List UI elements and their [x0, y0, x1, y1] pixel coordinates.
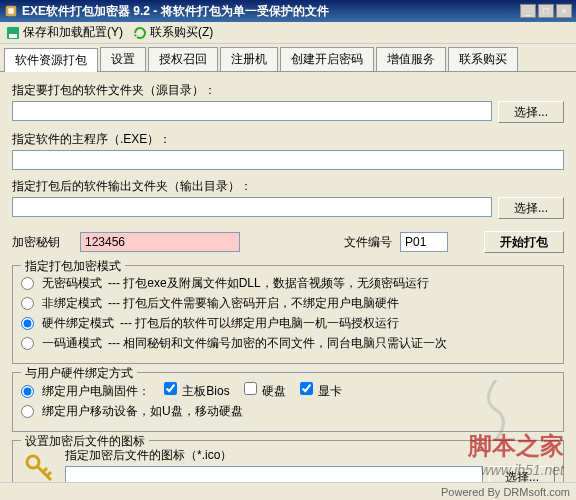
statusbar: Powered By DRMsoft.com — [0, 482, 576, 500]
mode-groupbox: 指定打包加密模式 无密码模式--- 打包exe及附属文件如DLL，数据音视频等，… — [12, 265, 564, 364]
tab-strip: 软件资源打包 设置 授权召回 注册机 创建开启密码 增值服务 联系购买 — [0, 44, 576, 72]
mode-opt-0[interactable]: 无密码模式--- 打包exe及附属文件如DLL，数据音视频等，无须密码运行 — [21, 275, 555, 292]
maximize-button[interactable]: □ — [538, 4, 554, 18]
tab-settings[interactable]: 设置 — [100, 47, 146, 71]
main-exe-block: 指定软件的主程序（.EXE）： — [12, 131, 564, 170]
minimize-button[interactable]: _ — [520, 4, 536, 18]
close-button[interactable]: × — [556, 4, 572, 18]
menu-save-label: 保存和加载配置(Y) — [23, 24, 123, 41]
source-label: 指定要打包的软件文件夹（源目录）： — [12, 82, 564, 99]
app-icon — [4, 4, 18, 18]
tab-revoke[interactable]: 授权召回 — [148, 47, 218, 71]
mode-opt-1[interactable]: 非绑定模式--- 打包后文件需要输入密码开启，不绑定用户电脑硬件 — [21, 295, 555, 312]
tab-keygen[interactable]: 注册机 — [220, 47, 278, 71]
tab-password[interactable]: 创建开启密码 — [280, 47, 374, 71]
tab-pack[interactable]: 软件资源打包 — [4, 48, 98, 72]
output-label: 指定打包后的软件输出文件夹（输出目录）： — [12, 178, 564, 195]
svg-rect-1 — [8, 8, 13, 13]
menu-contact-label: 联系购买(Z) — [150, 24, 213, 41]
window-title: EXE软件打包加密器 9.2 - 将软件打包为单一受保护的文件 — [22, 3, 520, 20]
start-pack-button[interactable]: 开始打包 — [484, 231, 564, 253]
hw-groupbox: 与用户硬件绑定方式 绑定用户电脑固件： 主板Bios 硬盘 显卡 绑定用户移动设… — [12, 372, 564, 432]
main-exe-input[interactable] — [12, 150, 564, 170]
menu-contact[interactable]: 联系购买(Z) — [133, 24, 213, 41]
mode-title: 指定打包加密模式 — [21, 258, 125, 275]
check-bios[interactable]: 主板Bios — [164, 382, 230, 400]
hw-opt-firmware[interactable]: 绑定用户电脑固件： 主板Bios 硬盘 显卡 — [21, 382, 555, 400]
output-browse-button[interactable]: 选择... — [498, 197, 564, 219]
icon-groupbox: 设置加密后文件的图标 指定加密后文件的图标（*.ico） 选择... 使用默认图… — [12, 440, 564, 484]
key-label: 加密秘钥 — [12, 234, 72, 251]
key-input[interactable] — [80, 232, 240, 252]
svg-rect-3 — [9, 34, 17, 38]
menu-save-config[interactable]: 保存和加载配置(Y) — [6, 24, 123, 41]
check-hdd[interactable]: 硬盘 — [244, 382, 286, 400]
key-row: 加密秘钥 文件编号 开始打包 — [12, 231, 564, 253]
mode-opt-3[interactable]: 一码通模式--- 相同秘钥和文件编号加密的不同文件，同台电脑只需认证一次 — [21, 335, 555, 352]
menubar: 保存和加载配置(Y) 联系购买(Z) — [0, 22, 576, 44]
check-gpu[interactable]: 显卡 — [300, 382, 342, 400]
output-block: 指定打包后的软件输出文件夹（输出目录）： 选择... — [12, 178, 564, 219]
tab-value[interactable]: 增值服务 — [376, 47, 446, 71]
keys-icon — [21, 450, 57, 485]
source-input[interactable] — [12, 101, 492, 121]
icon-title: 设置加密后文件的图标 — [21, 433, 149, 450]
output-input[interactable] — [12, 197, 492, 217]
fileno-input[interactable] — [400, 232, 448, 252]
source-browse-button[interactable]: 选择... — [498, 101, 564, 123]
refresh-icon — [133, 26, 147, 40]
main-exe-label: 指定软件的主程序（.EXE）： — [12, 131, 564, 148]
tab-buy[interactable]: 联系购买 — [448, 47, 518, 71]
save-icon — [6, 26, 20, 40]
hw-title: 与用户硬件绑定方式 — [21, 365, 137, 382]
titlebar: EXE软件打包加密器 9.2 - 将软件打包为单一受保护的文件 _ □ × — [0, 0, 576, 22]
source-block: 指定要打包的软件文件夹（源目录）： 选择... — [12, 82, 564, 123]
main-panel: 指定要打包的软件文件夹（源目录）： 选择... 指定软件的主程序（.EXE）： … — [0, 72, 576, 484]
mode-opt-2[interactable]: 硬件绑定模式--- 打包后的软件可以绑定用户电脑一机一码授权运行 — [21, 315, 555, 332]
window-controls: _ □ × — [520, 4, 572, 18]
fileno-label: 文件编号 — [344, 234, 392, 251]
hw-opt-removable[interactable]: 绑定用户移动设备，如U盘，移动硬盘 — [21, 403, 555, 420]
